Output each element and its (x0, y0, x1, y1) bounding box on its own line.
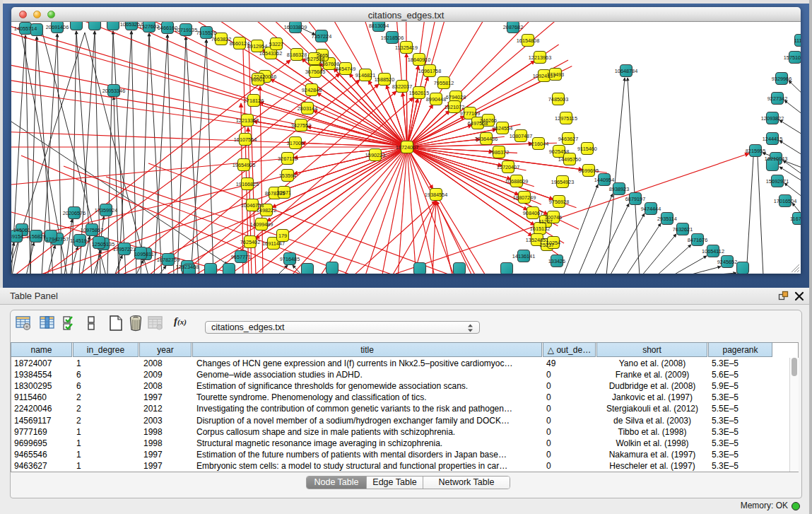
svg-text:18807249: 18807249 (513, 194, 536, 201)
svg-text:3427552: 3427552 (291, 122, 311, 129)
svg-text:9242848: 9242848 (302, 87, 322, 93)
svg-text:1615132: 1615132 (530, 226, 550, 232)
svg-text:1590223: 1590223 (365, 152, 385, 158)
svg-text:16154808: 16154808 (517, 37, 539, 44)
svg-text:2087682: 2087682 (503, 24, 523, 30)
svg-text:3267110: 3267110 (278, 156, 298, 162)
svg-text:2803144: 2803144 (298, 105, 317, 112)
svg-text:15720407: 15720407 (497, 164, 519, 170)
svg-text:6879197: 6879197 (625, 196, 645, 202)
svg-text:11325419: 11325419 (395, 45, 418, 51)
svg-text:10958117: 10958117 (134, 251, 157, 257)
svg-text:16107554: 16107554 (234, 136, 257, 143)
svg-text:7515526: 7515526 (196, 30, 216, 36)
svg-text:16033809: 16033809 (284, 24, 307, 30)
svg-text:14099489: 14099489 (250, 221, 273, 228)
svg-text:1588520: 1588520 (375, 76, 394, 83)
svg-text:11121: 11121 (794, 37, 801, 44)
svg-text:12505135: 12505135 (92, 241, 114, 247)
svg-text:12975115: 12975115 (555, 115, 577, 122)
svg-text:7955812: 7955812 (434, 80, 454, 86)
svg-text:9657771: 9657771 (231, 254, 251, 260)
svg-text:9115460: 9115460 (577, 146, 597, 152)
svg-text:9084067: 9084067 (523, 210, 543, 216)
svg-text:746266: 746266 (480, 117, 497, 124)
svg-text:14136141: 14136141 (512, 253, 535, 259)
svg-text:9025458: 9025458 (549, 148, 569, 155)
svg-text:1621072: 1621072 (445, 104, 464, 110)
svg-text:9777169: 9777169 (460, 110, 480, 117)
svg-text:12093822: 12093822 (761, 115, 784, 122)
svg-text:19654923: 19654923 (551, 179, 574, 185)
svg-text:98901: 98901 (251, 76, 265, 83)
svg-text:1498222: 1498222 (257, 207, 276, 214)
svg-text:10807487: 10807487 (510, 133, 532, 139)
svg-text:20206576: 20206576 (63, 210, 86, 216)
svg-text:16210643: 16210643 (765, 156, 787, 162)
svg-text:12213363: 12213363 (236, 117, 259, 124)
svg-text:16543362: 16543362 (259, 50, 282, 57)
svg-text:7357224: 7357224 (312, 33, 331, 40)
svg-text:1440954: 1440954 (594, 177, 614, 183)
svg-text:10654112: 10654112 (702, 248, 724, 255)
svg-text:10688609: 10688609 (505, 178, 528, 185)
svg-text:145061: 145061 (13, 227, 30, 233)
svg-text:9527508: 9527508 (305, 56, 324, 62)
svg-text:8186328: 8186328 (287, 52, 307, 58)
svg-text:1527602: 1527602 (139, 23, 159, 30)
svg-text:9699695: 9699695 (579, 168, 599, 174)
svg-text:3624554: 3624554 (493, 125, 512, 132)
svg-text:19166825: 19166825 (236, 181, 259, 187)
svg-text:10975867: 10975867 (81, 227, 103, 233)
svg-text:53227: 53227 (269, 41, 283, 47)
svg-text:2718126: 2718126 (244, 98, 264, 104)
svg-text:15751074: 15751074 (784, 54, 801, 61)
svg-text:9146821: 9146821 (355, 72, 375, 78)
svg-text:16782759: 16782759 (157, 257, 180, 263)
svg-text:12923468: 12923468 (176, 264, 199, 270)
svg-text:10254: 10254 (546, 240, 560, 246)
svg-text:3675685: 3675685 (305, 69, 325, 75)
svg-text:7632621: 7632621 (673, 226, 693, 233)
svg-text:16961758: 16961758 (418, 68, 441, 74)
svg-text:9756928: 9756928 (549, 199, 569, 205)
svg-text:7485003: 7485003 (548, 96, 568, 103)
svg-text:14495750: 14495750 (558, 156, 581, 163)
svg-text:8471676: 8471676 (688, 237, 707, 243)
svg-text:16911447: 16911447 (262, 240, 285, 247)
svg-text:6216044: 6216044 (529, 141, 548, 147)
svg-text:7625402: 7625402 (240, 239, 260, 245)
svg-text:20364436: 20364436 (475, 136, 498, 142)
svg-text:10648784: 10648784 (615, 68, 637, 74)
svg-text:8938923: 8938923 (609, 186, 629, 192)
svg-text:9227342: 9227342 (767, 95, 787, 102)
svg-text:9474444: 9474444 (641, 206, 661, 212)
svg-text:17957223: 17957223 (113, 246, 136, 252)
svg-text:8215955: 8215955 (746, 148, 765, 154)
svg-text:173493: 173493 (547, 71, 564, 78)
svg-text:14055714: 14055714 (14, 25, 37, 32)
svg-text:8322037: 8322037 (392, 83, 412, 90)
svg-text:19654905: 19654905 (233, 162, 255, 168)
svg-text:1145194: 1145194 (70, 238, 90, 244)
svg-text:317006: 317006 (287, 140, 304, 146)
svg-text:1156829: 1156829 (26, 233, 46, 240)
svg-text:116753: 116753 (790, 216, 801, 222)
svg-text:2935114: 2935114 (657, 216, 677, 222)
svg-text:20053346: 20053346 (102, 88, 125, 94)
svg-text:8912954: 8912954 (247, 43, 267, 49)
svg-text:19218506: 19218506 (381, 35, 404, 41)
svg-text:17359924: 17359924 (95, 207, 117, 214)
svg-text:17942757: 17942757 (46, 236, 69, 243)
svg-text:7663822: 7663822 (211, 36, 231, 42)
svg-text:9329966: 9329966 (772, 76, 792, 82)
svg-text:8813054: 8813054 (369, 23, 389, 29)
svg-text:18640910: 18640910 (408, 57, 430, 63)
svg-text:1244415: 1244415 (763, 136, 782, 142)
svg-text:9463627: 9463627 (558, 136, 578, 142)
svg-text:19384554: 19384554 (425, 192, 447, 198)
svg-text:7986372: 7986372 (489, 149, 509, 156)
svg-text:17016504: 17016504 (774, 198, 796, 204)
svg-text:10719135: 10719135 (175, 27, 197, 33)
svg-text:153594: 153594 (279, 173, 296, 179)
